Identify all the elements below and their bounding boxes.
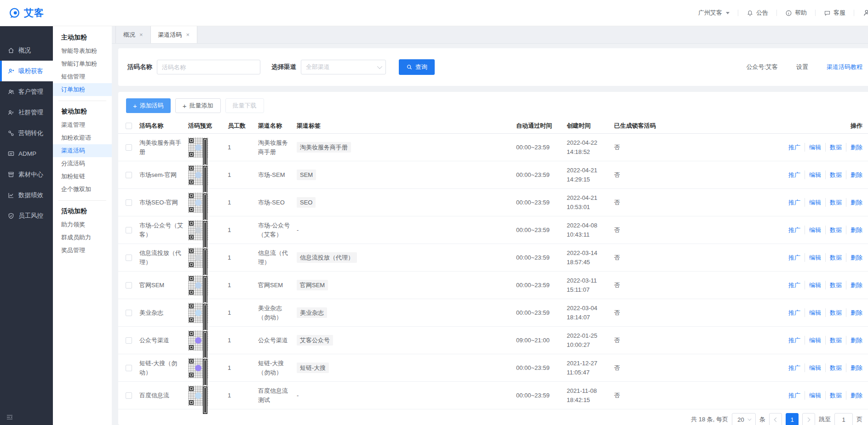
qr-code-preview[interactable] [188,303,208,323]
tutorial-link[interactable]: 渠道活码教程 [827,63,862,71]
submenu-item[interactable]: 智能导表加粉 [53,45,112,57]
select-all-checkbox[interactable] [126,123,132,129]
data-link[interactable]: 数据 [825,198,846,207]
row-checkbox[interactable] [126,227,132,233]
sidebar-item-materials[interactable]: 素材中心 [0,164,53,185]
qr-code-preview[interactable] [188,358,208,378]
sidebar-item-acquisition[interactable]: 吸粉获客 [0,61,53,81]
add-qr-button[interactable]: +添加活码 [126,98,171,113]
row-checkbox[interactable] [126,392,132,399]
submenu-item[interactable]: 群成员助力 [53,231,112,244]
qr-code-preview[interactable] [188,220,208,240]
submenu-item[interactable]: 奖品管理 [53,244,112,257]
delete-link[interactable]: 删除 [846,336,862,345]
promote-link[interactable]: 推广 [784,198,805,207]
data-link[interactable]: 数据 [825,170,846,180]
search-button[interactable]: 查询 [399,59,435,75]
row-checkbox[interactable] [126,144,132,151]
edit-link[interactable]: 编辑 [805,391,825,400]
edit-link[interactable]: 编辑 [805,281,825,290]
edit-link[interactable]: 编辑 [805,363,825,373]
row-checkbox[interactable] [126,199,132,206]
sidebar-item-risk-control[interactable]: 员工风控 [0,205,53,226]
next-page-button[interactable] [802,413,815,425]
edit-link[interactable]: 编辑 [805,253,825,262]
help-button[interactable]: 帮助 [785,9,807,17]
qr-name-input[interactable] [157,60,260,74]
edit-link[interactable]: 编辑 [805,226,825,235]
collapse-sidebar-icon[interactable] [6,413,14,421]
qr-code-preview[interactable] [188,385,208,406]
close-icon[interactable]: × [186,31,190,38]
qr-code-preview[interactable] [188,330,208,351]
submenu-item[interactable]: 渠道活码 [53,144,112,157]
jump-page-input[interactable] [834,413,853,425]
row-checkbox[interactable] [126,282,132,289]
qr-code-preview[interactable] [188,137,208,158]
delete-link[interactable]: 删除 [846,170,862,180]
sidebar-item-overview[interactable]: 概况 [0,40,53,61]
prev-page-button[interactable] [769,413,782,425]
announcements-button[interactable]: 公告 [747,9,768,17]
sidebar-item-analytics[interactable]: 数据绩效 [0,185,53,205]
sidebar-item-community[interactable]: 社群管理 [0,102,53,123]
batch-add-button[interactable]: +批量添加 [175,98,221,113]
data-link[interactable]: 数据 [825,363,846,373]
promote-link[interactable]: 推广 [784,253,805,262]
page-1-button[interactable]: 1 [786,413,799,425]
row-checkbox[interactable] [126,255,132,261]
submenu-item[interactable]: 加粉短链 [53,170,112,183]
page-size-select[interactable]: 20 [732,413,756,425]
promote-link[interactable]: 推广 [784,226,805,235]
edit-link[interactable]: 编辑 [805,143,825,152]
promote-link[interactable]: 推广 [784,363,805,373]
promote-link[interactable]: 推广 [784,170,805,180]
promote-link[interactable]: 推广 [784,391,805,400]
sidebar-item-admp[interactable]: ADMP [0,143,53,164]
edit-link[interactable]: 编辑 [805,170,825,180]
submenu-item[interactable]: 智能订单加粉 [53,57,112,70]
promote-link[interactable]: 推广 [784,308,805,317]
delete-link[interactable]: 删除 [846,226,862,235]
submenu-item[interactable]: 加粉欢迎语 [53,131,112,144]
delete-link[interactable]: 删除 [846,253,862,262]
support-button[interactable]: 客服 [824,9,845,17]
row-checkbox[interactable] [126,172,132,178]
submenu-item[interactable]: 企个微双加 [53,183,112,196]
data-link[interactable]: 数据 [825,143,846,152]
delete-link[interactable]: 删除 [846,143,862,152]
promote-link[interactable]: 推广 [784,143,805,152]
tab-overview[interactable]: 概况 × [115,26,151,43]
channel-select[interactable]: 全部渠道 [301,60,386,74]
close-icon[interactable]: × [139,31,143,38]
data-link[interactable]: 数据 [825,308,846,317]
edit-link[interactable]: 编辑 [805,308,825,317]
delete-link[interactable]: 删除 [846,308,862,317]
submenu-item[interactable]: 订单加粉 [53,83,112,96]
app-logo[interactable]: 艾客 [8,6,44,19]
promote-link[interactable]: 推广 [784,336,805,345]
data-link[interactable]: 数据 [825,253,846,262]
delete-link[interactable]: 删除 [846,391,862,400]
qr-code-preview[interactable] [188,165,208,185]
submenu-item[interactable]: 分流活码 [53,157,112,170]
sidebar-item-conversion[interactable]: 营销转化 [0,123,53,143]
qr-code-preview[interactable] [188,275,208,295]
data-link[interactable]: 数据 [825,281,846,290]
settings-link[interactable]: 设置 [796,63,808,71]
edit-link[interactable]: 编辑 [805,336,825,345]
delete-link[interactable]: 删除 [846,198,862,207]
row-checkbox[interactable] [126,337,132,344]
promote-link[interactable]: 推广 [784,281,805,290]
qr-code-preview[interactable] [188,248,208,268]
submenu-item[interactable]: 渠道管理 [53,119,112,131]
data-link[interactable]: 数据 [825,336,846,345]
submenu-item[interactable]: 短信管理 [53,70,112,83]
data-link[interactable]: 数据 [825,226,846,235]
delete-link[interactable]: 删除 [846,281,862,290]
qr-code-preview[interactable] [188,193,208,213]
data-link[interactable]: 数据 [825,391,846,400]
sidebar-item-customers[interactable]: 客户管理 [0,81,53,102]
user-avatar-icon[interactable] [862,9,868,17]
row-checkbox[interactable] [126,365,132,371]
